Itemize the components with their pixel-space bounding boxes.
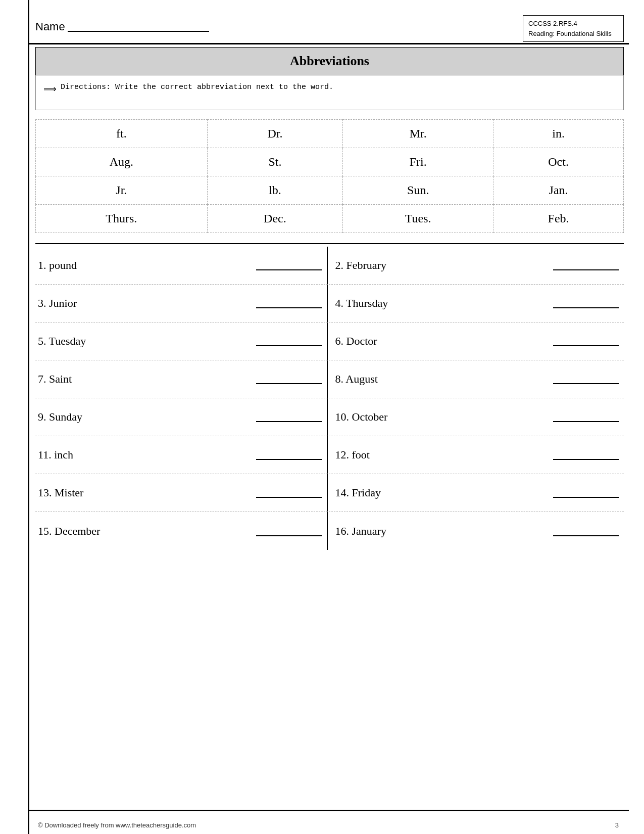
exercise-word-14: 14. Friday (335, 486, 550, 499)
answer-line-4 (553, 298, 619, 308)
exercise-word-1: 1. pound (38, 259, 252, 272)
exercise-word-15: 15. December (38, 525, 252, 538)
abbrev-row-4: Thurs. Dec. Tues. Feb. (36, 205, 624, 233)
exercise-word-3: 3. Junior (38, 297, 252, 310)
exercise-word-16: 16. January (335, 525, 550, 538)
exercise-word-6: 6. Doctor (335, 335, 550, 348)
abbrev-cell: Mr. (343, 120, 493, 148)
abbrev-cell: Thurs. (36, 205, 208, 233)
abbrev-cell: Tues. (343, 205, 493, 233)
abbrev-cell: in. (493, 120, 624, 148)
exercise-row-7: 13. Mister 14. Friday (35, 474, 624, 512)
abbrev-cell: Jan. (493, 176, 624, 205)
abbrev-cell: St. (207, 148, 343, 176)
abbrev-cell: ft. (36, 120, 208, 148)
exercise-word-5: 5. Tuesday (38, 335, 252, 348)
abbreviations-table: ft. Dr. Mr. in. Aug. St. Fri. Oct. Jr. l… (35, 119, 624, 233)
answer-line-9 (256, 412, 322, 422)
directions-box: ⟹ Directions: Write the correct abbrevia… (35, 75, 624, 110)
exercise-section: 1. pound 2. February 3. Junior (35, 243, 624, 550)
answer-line-14 (553, 488, 619, 498)
exercise-word-4: 4. Thursday (335, 297, 550, 310)
exercise-word-10: 10. October (335, 410, 550, 424)
exercise-row-6: 11. inch 12. foot (35, 436, 624, 474)
standards-box: CCCSS 2.RFS.4 Reading: Foundational Skil… (523, 15, 624, 42)
exercise-row-4: 7. Saint 8. August (35, 360, 624, 398)
standards-line1: CCCSS 2.RFS.4 (528, 19, 618, 29)
exercise-word-2: 2. February (335, 259, 550, 272)
abbrev-cell: Fri. (343, 148, 493, 176)
worksheet-title: Abbreviations (35, 47, 624, 75)
answer-line-2 (553, 260, 619, 270)
directions-text: Directions: Write the correct abbreviati… (61, 83, 333, 91)
answer-line-16 (553, 526, 619, 536)
abbrev-row-3: Jr. lb. Sun. Jan. (36, 176, 624, 205)
exercise-row-3: 5. Tuesday 6. Doctor (35, 322, 624, 360)
abbrev-row-1: ft. Dr. Mr. in. (36, 120, 624, 148)
exercise-word-8: 8. August (335, 373, 550, 386)
answer-line-8 (553, 374, 619, 384)
abbrev-cell: lb. (207, 176, 343, 205)
abbrev-cell: Aug. (36, 148, 208, 176)
exercise-word-7: 7. Saint (38, 373, 252, 386)
page-number: 3 (615, 821, 619, 829)
abbrev-cell: Feb. (493, 205, 624, 233)
exercise-word-9: 9. Sunday (38, 410, 252, 424)
answer-line-3 (256, 298, 322, 308)
exercise-row-5: 9. Sunday 10. October (35, 398, 624, 436)
exercise-row-8: 15. December 16. January (35, 512, 624, 550)
exercise-word-13: 13. Mister (38, 486, 252, 499)
answer-line-6 (553, 336, 619, 346)
abbrev-cell: Dec. (207, 205, 343, 233)
exercise-row-2: 3. Junior 4. Thursday (35, 285, 624, 322)
exercise-word-11: 11. inch (38, 448, 252, 461)
exercise-word-12: 12. foot (335, 448, 550, 461)
copyright-text: © Downloaded freely from www.theteachers… (38, 821, 196, 829)
name-label: Name (35, 20, 65, 33)
footer: © Downloaded freely from www.theteachers… (28, 821, 629, 829)
standards-line2: Reading: Foundational Skills (528, 29, 618, 39)
exercise-row-1: 1. pound 2. February (35, 247, 624, 285)
name-underline-line (68, 22, 209, 32)
abbrev-cell: Sun. (343, 176, 493, 205)
abbrev-cell: Jr. (36, 176, 208, 205)
answer-line-12 (553, 450, 619, 460)
answer-line-1 (256, 260, 322, 270)
answer-line-5 (256, 336, 322, 346)
abbrev-cell: Oct. (493, 148, 624, 176)
answer-line-7 (256, 374, 322, 384)
abbrev-row-2: Aug. St. Fri. Oct. (36, 148, 624, 176)
answer-line-13 (256, 488, 322, 498)
arrow-icon: ⟹ (43, 83, 57, 95)
abbrev-cell: Dr. (207, 120, 343, 148)
answer-line-10 (553, 412, 619, 422)
answer-line-15 (256, 526, 322, 536)
answer-line-11 (256, 450, 322, 460)
